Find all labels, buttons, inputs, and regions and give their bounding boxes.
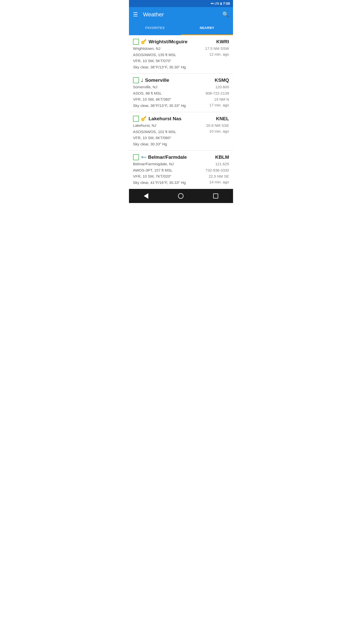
station-name-knel: Lakehurst Nas xyxy=(149,116,182,122)
station-extra-kblm: 121.625 xyxy=(215,161,229,167)
key-icon-knel: 🔑 xyxy=(141,116,147,122)
menu-icon[interactable]: ☰ xyxy=(133,12,138,17)
app-bar-left: ☰ Weather xyxy=(133,11,164,18)
checkbox-ksmq[interactable] xyxy=(133,77,139,83)
status-icons: ▾▾ LTE ▮ 7:00 xyxy=(211,2,230,6)
station-right-info-kblm: 121.625 732-938-3330 22.5 NM SE 14 min. … xyxy=(206,161,229,184)
recents-button[interactable] xyxy=(213,193,218,198)
station-left-info-kblm: Belmar/Farmingdale, NJ AWOS-3PT, 157 ft … xyxy=(133,161,186,185)
station-left-info-kwri: Wrightstown, NJ ASOS/AWOS, 135 ft MSL VF… xyxy=(133,46,186,70)
station-right-info-knel: 20.8 NM SSE 10 min. ago xyxy=(206,123,229,133)
station-type-knel: ASOS/AWOS, 102 ft MSL xyxy=(133,129,176,135)
checkbox-knel[interactable] xyxy=(133,116,139,122)
station-item-ksmq[interactable]: ♩ Somerville KSMQ Somerville, NJ ASOS, 9… xyxy=(129,74,233,112)
station-header-left-knel: 🔑 Lakehurst Nas xyxy=(133,116,182,122)
checkbox-kwri[interactable] xyxy=(133,39,139,45)
tab-bar: FAVORITES NEARBY xyxy=(129,22,233,35)
station-distance-kwri: 17.5 NM SSW xyxy=(205,46,229,52)
station-type-kwri: ASOS/AWOS, 135 ft MSL xyxy=(133,52,186,58)
station-left-info-ksmq: Somerville, NJ ASOS, 98 ft MSL VFR, 10 S… xyxy=(133,84,186,108)
lte-icon: LTE xyxy=(215,2,219,5)
station-header-ksmq: ♩ Somerville KSMQ xyxy=(133,77,229,83)
station-header-left-ksmq: ♩ Somerville xyxy=(133,77,169,83)
search-icon[interactable]: 🔍 xyxy=(222,11,229,18)
status-time: 7:00 xyxy=(223,2,230,6)
back-button[interactable] xyxy=(144,193,148,199)
tab-nearby-label: NEARBY xyxy=(200,26,214,30)
bottom-nav xyxy=(129,189,233,203)
station-header-left-kwri: 🔑 Wrightst/Mcguire xyxy=(133,39,188,45)
station-type-kblm: AWOS-3PT, 157 ft MSL xyxy=(133,168,186,173)
station-distance-ksmq: 19 NM N xyxy=(214,97,229,102)
app-bar: ☰ Weather 🔍 xyxy=(129,7,233,22)
station-item-kblm[interactable]: 🔧 Belmar/Farmdale KBLM Belmar/Farmingdal… xyxy=(129,151,233,189)
station-sky-kblm: Sky clear, 41°F/16°F, 30.33" Hg xyxy=(133,180,186,186)
station-name-ksmq: Somerville xyxy=(145,77,169,83)
station-city-knel: Lakehurst, NJ xyxy=(133,123,176,129)
tab-indicator xyxy=(181,34,233,35)
station-code-kblm: KBLM xyxy=(215,154,229,160)
station-city-kwri: Wrightstown, NJ xyxy=(133,46,186,52)
battery-icon: ▮ xyxy=(220,2,222,5)
station-details-kwri: Wrightstown, NJ ASOS/AWOS, 135 ft MSL VF… xyxy=(133,46,229,70)
station-name-kblm: Belmar/Farmdale xyxy=(148,154,187,160)
station-conditions-ksmq: VFR, 10 SM, 4KT/360° xyxy=(133,97,186,102)
station-conditions-kwri: VFR, 10 SM, 5KT/070° xyxy=(133,58,186,64)
station-header-kblm: 🔧 Belmar/Farmdale KBLM xyxy=(133,154,229,160)
station-sky-knel: Sky clear, 30.33" Hg xyxy=(133,141,176,147)
station-time-kwri: 12 min. ago xyxy=(209,52,229,56)
station-details-kblm: Belmar/Farmingdale, NJ AWOS-3PT, 157 ft … xyxy=(133,161,229,185)
station-item-knel[interactable]: 🔑 Lakehurst Nas KNEL Lakehurst, NJ ASOS/… xyxy=(129,112,233,151)
station-header-kwri: 🔑 Wrightst/Mcguire KWRI xyxy=(133,39,229,45)
station-code-kwri: KWRI xyxy=(216,39,229,45)
station-list: 🔑 Wrightst/Mcguire KWRI Wrightstown, NJ … xyxy=(129,35,233,189)
station-phone-kblm: 732-938-3330 xyxy=(206,168,229,173)
station-left-info-knel: Lakehurst, NJ ASOS/AWOS, 102 ft MSL VFR,… xyxy=(133,123,176,147)
home-button[interactable] xyxy=(178,193,184,199)
station-extra-ksmq: 120.600 xyxy=(215,84,229,90)
station-city-kblm: Belmar/Farmingdale, NJ xyxy=(133,161,186,167)
station-city-ksmq: Somerville, NJ xyxy=(133,84,186,90)
station-distance-knel: 20.8 NM SSE xyxy=(206,123,229,129)
tab-nearby[interactable]: NEARBY xyxy=(181,22,233,35)
station-conditions-kblm: VFR, 10 SM, 7KT/020° xyxy=(133,174,186,179)
station-distance-kblm: 22.5 NM SE xyxy=(209,174,229,179)
station-details-ksmq: Somerville, NJ ASOS, 98 ft MSL VFR, 10 S… xyxy=(133,84,229,108)
station-code-knel: KNEL xyxy=(216,116,229,122)
music-icon-ksmq: ♩ xyxy=(141,77,143,83)
station-right-info-ksmq: 120.600 908-722-2139 19 NM N 17 min. ago xyxy=(206,84,229,107)
status-bar: ▾▾ LTE ▮ 7:00 xyxy=(129,0,233,7)
app-title: Weather xyxy=(143,11,164,18)
station-name-kwri: Wrightst/Mcguire xyxy=(149,39,188,45)
tab-favorites-label: FAVORITES xyxy=(145,26,165,30)
station-sky-kwri: Sky clear, 38°F/13°F, 30.30" Hg xyxy=(133,64,186,70)
station-type-ksmq: ASOS, 98 ft MSL xyxy=(133,91,186,96)
station-phone-ksmq: 908-722-2139 xyxy=(206,91,229,96)
station-time-ksmq: 17 min. ago xyxy=(209,103,229,107)
station-sky-ksmq: Sky clear, 38°F/13°F, 30.33" Hg xyxy=(133,103,186,109)
station-time-knel: 10 min. ago xyxy=(209,129,229,133)
station-item-kwri[interactable]: 🔑 Wrightst/Mcguire KWRI Wrightstown, NJ … xyxy=(129,35,233,74)
wifi-icon: ▾▾ xyxy=(211,2,214,5)
station-header-left-kblm: 🔧 Belmar/Farmdale xyxy=(133,154,187,160)
checkbox-kblm[interactable] xyxy=(133,154,139,160)
station-right-info-kwri: 17.5 NM SSW 12 min. ago xyxy=(205,46,229,56)
key-icon-kwri: 🔑 xyxy=(141,39,147,45)
wrench-icon-kblm: 🔧 xyxy=(140,154,147,161)
station-code-ksmq: KSMQ xyxy=(215,77,229,83)
station-details-knel: Lakehurst, NJ ASOS/AWOS, 102 ft MSL VFR,… xyxy=(133,123,229,147)
station-conditions-knel: VFR, 10 SM, 6KT/060° xyxy=(133,135,176,141)
station-header-knel: 🔑 Lakehurst Nas KNEL xyxy=(133,116,229,122)
tab-favorites[interactable]: FAVORITES xyxy=(129,22,181,35)
station-time-kblm: 14 min. ago xyxy=(209,180,229,184)
